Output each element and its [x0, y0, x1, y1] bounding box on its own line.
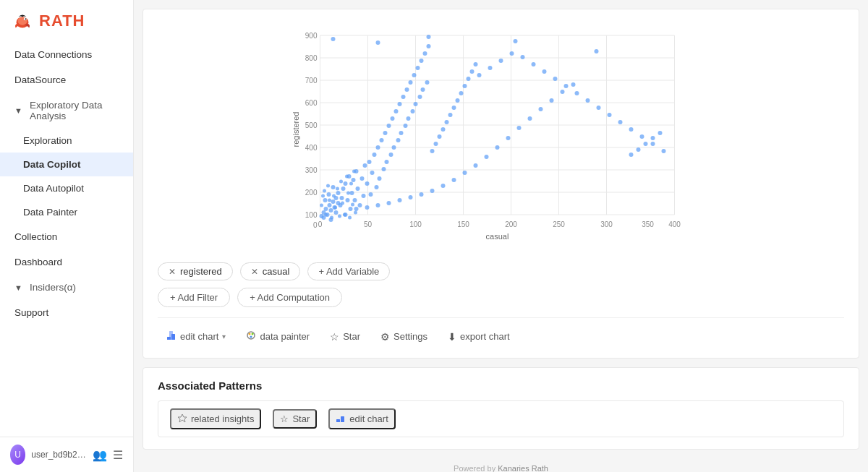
svg-point-154 [506, 136, 511, 140]
people-icon[interactable]: 👥 [93, 448, 107, 462]
data-painter-button[interactable]: data painter [237, 327, 318, 346]
svg-point-115 [542, 69, 547, 74]
filter-row: + Add Filter + Add Computation [158, 288, 844, 307]
svg-point-122 [618, 120, 623, 124]
sidebar-item-label: Dashboard [14, 257, 62, 267]
svg-point-109 [477, 73, 482, 77]
svg-point-93 [399, 131, 404, 135]
sidebar-item-collection[interactable]: Collection [0, 224, 133, 249]
x-axis-labels: 0 50 100 150 200 250 300 350 400 [318, 220, 681, 228]
sidebar-item-data-painter[interactable]: Data Painter [0, 200, 133, 224]
svg-point-178 [349, 182, 353, 186]
svg-point-189 [644, 142, 648, 146]
star-button[interactable]: ☆ Star [321, 327, 369, 346]
variable-name: casual [263, 266, 290, 277]
svg-point-74 [365, 181, 370, 186]
svg-point-70 [358, 203, 362, 207]
sidebar-navigation: Data Connections DataSource ▼ Explorator… [0, 42, 133, 437]
svg-point-75 [367, 160, 372, 164]
svg-point-83 [382, 167, 386, 171]
svg-point-51 [323, 198, 328, 202]
svg-point-170 [336, 187, 339, 191]
svg-point-174 [343, 213, 346, 217]
sidebar-item-data-connections[interactable]: Data Connections [0, 42, 133, 67]
y-axis-labels: 900 800 700 600 500 400 300 200 100 0 [305, 32, 318, 229]
svg-point-160 [571, 82, 576, 87]
svg-point-184 [427, 35, 431, 39]
variable-tag-registered[interactable]: ✕ registered [158, 262, 233, 280]
scatter-plot: 900 800 700 600 500 400 300 200 100 0 0 … [158, 21, 844, 245]
pattern-edit-chart-label: edit chart [349, 413, 388, 424]
export-chart-button[interactable]: ⬇ export chart [439, 327, 519, 346]
settings-label: Settings [393, 331, 427, 342]
svg-marker-199 [178, 414, 187, 422]
svg-point-116 [553, 77, 558, 81]
user-name: user_bd9b201f-5... [31, 450, 87, 460]
variable-tag-casual[interactable]: ✕ casual [240, 262, 301, 280]
sidebar-item-datasource[interactable]: DataSource [0, 67, 133, 93]
svg-point-80 [376, 145, 380, 150]
svg-point-128 [434, 142, 438, 146]
svg-point-179 [351, 203, 354, 207]
svg-point-172 [339, 180, 343, 184]
svg-point-44 [328, 203, 332, 207]
svg-point-123 [629, 127, 634, 132]
svg-point-127 [430, 149, 435, 153]
edit-chart-button[interactable]: edit chart ▾ [158, 327, 234, 346]
svg-text:100: 100 [305, 211, 318, 219]
svg-point-119 [586, 98, 590, 103]
svg-point-89 [392, 145, 396, 150]
add-filter-button[interactable]: + Add Filter [158, 288, 230, 307]
svg-point-166 [328, 199, 331, 202]
sidebar-section-insiders[interactable]: ▼ Insiders(α) [0, 275, 133, 300]
remove-registered-icon[interactable]: ✕ [169, 267, 176, 277]
svg-text:700: 700 [305, 77, 318, 85]
sidebar-section-eda[interactable]: ▼ Exploratory Data Analysis [0, 93, 133, 129]
svg-point-158 [550, 98, 554, 103]
sidebar-item-data-copilot[interactable]: Data Copilot [0, 153, 133, 176]
sidebar-item-exploration[interactable]: Exploration [0, 129, 133, 153]
sidebar-item-dashboard[interactable]: Dashboard [0, 249, 133, 275]
svg-point-76 [369, 192, 373, 197]
svg-point-108 [427, 44, 431, 48]
add-variable-button[interactable]: + Add Variable [307, 262, 390, 280]
edit-chart-icon [166, 330, 176, 343]
svg-point-72 [362, 194, 366, 198]
svg-point-97 [407, 116, 411, 121]
svg-point-117 [564, 84, 569, 88]
menu-icon[interactable]: ☰ [113, 448, 123, 462]
pattern-star-button[interactable]: ☆ Star [273, 409, 317, 429]
svg-point-163 [323, 189, 326, 193]
edit-chart-chevron: ▾ [222, 332, 226, 340]
collapse-icon: ▼ [14, 106, 22, 115]
svg-point-126 [662, 149, 666, 153]
remove-casual-icon[interactable]: ✕ [251, 267, 258, 277]
svg-point-169 [333, 206, 337, 210]
svg-point-95 [404, 124, 408, 128]
sidebar-item-label: Data Copilot [23, 159, 81, 170]
svg-point-125 [651, 142, 655, 146]
svg-point-78 [373, 153, 377, 157]
avatar: U [10, 445, 25, 465]
scatter-dots [320, 35, 666, 222]
svg-point-121 [608, 113, 612, 117]
chart-card: 900 800 700 600 500 400 300 200 100 0 0 … [142, 9, 859, 359]
svg-point-143 [387, 201, 391, 205]
svg-point-96 [405, 87, 409, 92]
sidebar-item-data-autopilot[interactable]: Data Autopilot [0, 176, 133, 200]
related-insights-button[interactable]: related insights [170, 408, 261, 429]
svg-point-177 [348, 216, 352, 220]
sidebar-item-label: DataSource [14, 74, 66, 85]
pattern-edit-chart-button[interactable]: edit chart [328, 408, 395, 429]
svg-text:200: 200 [305, 189, 318, 197]
add-computation-button[interactable]: + Add Computation [237, 288, 342, 307]
svg-point-149 [452, 178, 456, 182]
footer-text: Powered by [454, 464, 498, 472]
main-content: 900 800 700 600 500 400 300 200 100 0 0 … [134, 0, 868, 472]
sidebar-item-label: Data Connections [14, 49, 92, 60]
data-painter-icon [246, 330, 256, 343]
sidebar-item-support[interactable]: Support [0, 300, 133, 325]
sidebar-bottom-icons: 👥 ☰ [93, 448, 123, 462]
settings-button[interactable]: ⚙ Settings [372, 327, 436, 346]
footer-link[interactable]: Kanaries Rath [498, 464, 548, 472]
